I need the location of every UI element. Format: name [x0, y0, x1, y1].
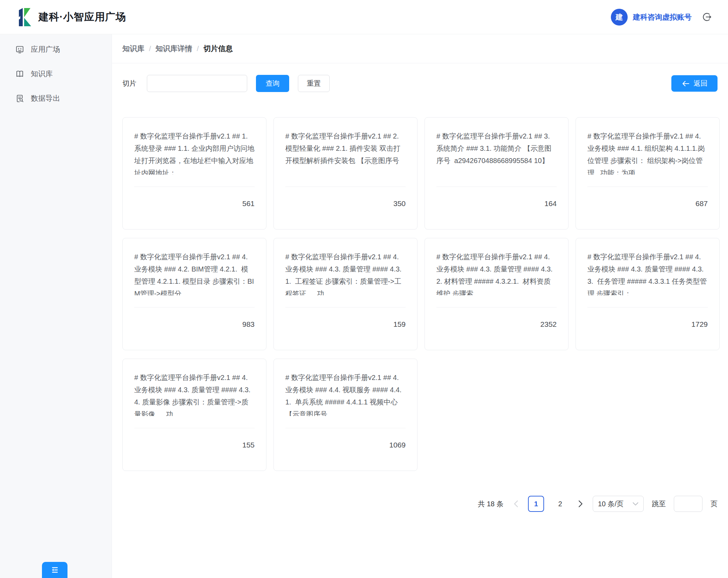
sidebar-item-label: 知识库 — [31, 69, 53, 79]
page-button-2[interactable]: 2 — [552, 496, 568, 512]
slice-card-count: 164 — [436, 199, 557, 208]
slice-card-count: 561 — [134, 199, 255, 208]
breadcrumb-separator: / — [197, 44, 199, 53]
sidebar-item-label: 应用广场 — [31, 44, 60, 54]
slice-card-divider — [436, 186, 557, 187]
slice-card[interactable]: # 数字化监理平台操作手册v2.1 ## 4. 业务模块 ### 4.1. 组织… — [576, 117, 720, 230]
slice-card-divider — [285, 428, 406, 428]
slice-card-divider — [285, 186, 406, 187]
slice-card-count: 155 — [134, 441, 255, 449]
slice-card-divider — [134, 428, 255, 428]
reset-button[interactable]: 重置 — [298, 75, 330, 92]
chevron-right-icon — [578, 500, 583, 508]
jump-page-input[interactable] — [674, 496, 702, 512]
logout-button[interactable] — [701, 12, 712, 22]
top-header: 建科·小智应用广场 建 建科咨询虚拟账号 — [0, 0, 728, 34]
slice-card-text: # 数字化监理平台操作手册v2.1 ## 4. 业务模块 ### 4.3. 质量… — [587, 251, 708, 295]
slice-card[interactable]: # 数字化监理平台操作手册v2.1 ## 4. 业务模块 ### 4.3. 质量… — [273, 238, 417, 350]
slice-card-divider — [587, 307, 708, 308]
slice-card-divider — [134, 186, 255, 187]
breadcrumb-knowledge-base[interactable]: 知识库 — [122, 44, 144, 54]
slice-card-text: # 数字化监理平台操作手册v2.1 ## 4. 业务模块 ### 4.2. BI… — [134, 251, 255, 295]
page-size-value: 10 条/页 — [598, 499, 623, 509]
chevron-left-icon — [513, 500, 519, 508]
slice-card-count: 983 — [134, 320, 255, 329]
sidebar-item-data-export[interactable]: 数据导出 — [0, 86, 112, 111]
collapse-sidebar-button[interactable] — [42, 562, 67, 578]
arrow-left-icon — [681, 80, 690, 87]
page-button-1[interactable]: 1 — [528, 496, 544, 512]
back-button-label: 返回 — [694, 79, 708, 88]
slice-card-text: # 数字化监理平台操作手册v2.1 ## 2. 模型轻量化 ### 2.1. 插… — [285, 130, 406, 175]
sidebar-item-label: 数据导出 — [31, 93, 60, 103]
page-size-select[interactable]: 10 条/页 — [593, 496, 644, 512]
slice-card[interactable]: # 数字化监理平台操作手册v2.1 ## 4. 业务模块 ### 4.4. 视联… — [273, 359, 417, 471]
slice-card-text: # 数字化监理平台操作手册v2.1 ## 1. 系统登录 ### 1.1. 企业… — [134, 130, 255, 175]
slice-card-text: # 数字化监理平台操作手册v2.1 ## 4. 业务模块 ### 4.3. 质量… — [436, 251, 557, 295]
back-button[interactable]: 返回 — [671, 75, 718, 92]
slice-card-count: 1729 — [587, 320, 708, 329]
app-root: 建科·小智应用广场 建 建科咨询虚拟账号 应用广场 — [0, 0, 728, 578]
slice-card-divider — [587, 186, 708, 187]
page-title: 建科·小智应用广场 — [38, 10, 126, 24]
slice-card-count: 1069 — [285, 441, 406, 449]
chevron-down-icon — [633, 502, 638, 506]
sidebar-item-app-plaza[interactable]: 应用广场 — [0, 37, 112, 62]
slice-card[interactable]: # 数字化监理平台操作手册v2.1 ## 1. 系统登录 ### 1.1. 企业… — [122, 117, 266, 230]
data-export-icon — [15, 94, 24, 103]
slice-card[interactable]: # 数字化监理平台操作手册v2.1 ## 4. 业务模块 ### 4.3. 质量… — [576, 238, 720, 350]
pagination: 共 18 条 1 2 10 条/页 — [122, 496, 718, 512]
sidebar: 应用广场 知识库 数据导出 — [0, 34, 112, 578]
slice-card-divider — [285, 307, 406, 308]
menu-fold-icon — [50, 566, 60, 574]
slice-card-count: 159 — [285, 320, 406, 329]
query-button[interactable]: 查询 — [256, 75, 289, 92]
breadcrumb-separator: / — [149, 44, 151, 53]
breadcrumb-kb-detail[interactable]: 知识库详情 — [156, 44, 192, 54]
slice-card-divider — [436, 307, 557, 308]
sidebar-item-knowledge-base[interactable]: 知识库 — [0, 62, 112, 86]
slice-card[interactable]: # 数字化监理平台操作手册v2.1 ## 2. 模型轻量化 ### 2.1. 插… — [273, 117, 417, 230]
book-icon — [15, 70, 24, 78]
jump-to-label: 跳至 — [652, 499, 666, 509]
slice-card-count: 350 — [285, 199, 406, 208]
slice-filter-label: 切片 — [122, 79, 136, 88]
slice-card[interactable]: # 数字化监理平台操作手册v2.1 ## 4. 业务模块 ### 4.3. 质量… — [122, 359, 266, 471]
account-menu[interactable]: 建 建科咨询虚拟账号 — [611, 9, 712, 26]
breadcrumb: 知识库 / 知识库详情 / 切片信息 — [112, 34, 728, 63]
slice-card-text: # 数字化监理平台操作手册v2.1 ## 3. 系统简介 ### 3.1. 功能… — [436, 130, 557, 175]
slice-card[interactable]: # 数字化监理平台操作手册v2.1 ## 4. 业务模块 ### 4.3. 质量… — [424, 238, 569, 350]
slice-card-count: 2352 — [436, 320, 557, 329]
slice-card-text: # 数字化监理平台操作手册v2.1 ## 4. 业务模块 ### 4.3. 质量… — [285, 251, 406, 295]
app-logo-icon — [15, 8, 32, 26]
slice-card[interactable]: # 数字化监理平台操作手册v2.1 ## 3. 系统简介 ### 3.1. 功能… — [424, 117, 569, 230]
app-plaza-icon — [15, 45, 24, 54]
account-name: 建科咨询虚拟账号 — [633, 12, 692, 22]
pagination-total: 共 18 条 — [478, 499, 504, 509]
slice-card-text: # 数字化监理平台操作手册v2.1 ## 4. 业务模块 ### 4.4. 视联… — [285, 372, 406, 416]
breadcrumb-current: 切片信息 — [204, 44, 233, 54]
slice-card-count: 687 — [587, 199, 708, 208]
slice-search-input[interactable] — [147, 75, 247, 92]
filter-bar: 切片 查询 重置 返回 — [122, 75, 718, 92]
avatar: 建 — [611, 9, 628, 26]
slice-card[interactable]: # 数字化监理平台操作手册v2.1 ## 4. 业务模块 ### 4.2. BI… — [122, 238, 266, 350]
prev-page-button[interactable] — [512, 496, 520, 512]
logout-icon — [702, 12, 712, 22]
slice-card-text: # 数字化监理平台操作手册v2.1 ## 4. 业务模块 ### 4.1. 组织… — [587, 130, 708, 175]
content-area: 知识库 / 知识库详情 / 切片信息 切片 查询 重置 返回 — [112, 34, 728, 578]
slice-card-grid: # 数字化监理平台操作手册v2.1 ## 1. 系统登录 ### 1.1. 企业… — [122, 117, 718, 471]
jump-page-suffix: 页 — [711, 499, 718, 509]
next-page-button[interactable] — [576, 496, 585, 512]
slice-card-divider — [134, 307, 255, 308]
slice-card-text: # 数字化监理平台操作手册v2.1 ## 4. 业务模块 ### 4.3. 质量… — [134, 372, 255, 416]
